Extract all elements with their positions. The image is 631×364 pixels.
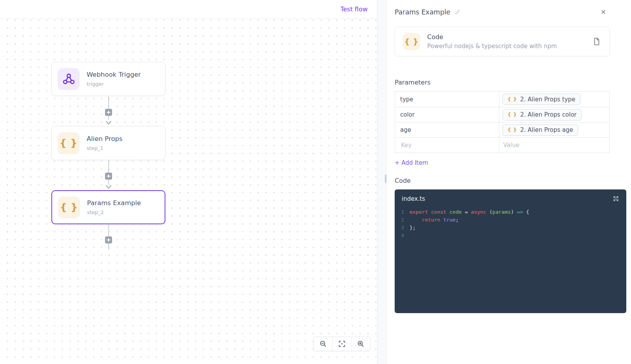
flow-node-step_2[interactable]: { }Params Examplestep_2 [51, 190, 165, 224]
add-step-button-3[interactable] [105, 236, 112, 243]
flow-canvas[interactable]: Webhook Triggertrigger{ }Alien Propsstep… [0, 19, 377, 364]
chip-label: 2. Alien Props type [520, 96, 575, 103]
panel-resize-handle[interactable] [385, 175, 386, 183]
parameter-key-cell[interactable]: color [395, 107, 499, 122]
braces-icon: { } [508, 127, 517, 133]
node-step-id: step_2 [87, 209, 141, 215]
webhook-icon [58, 68, 80, 90]
parameter-row-type: type{ }2. Alien Props type [395, 92, 609, 107]
zoom-out-icon [319, 340, 327, 348]
code-text: return true; [410, 216, 459, 224]
code-text: export const code = async (params) => { [410, 208, 529, 216]
node-step-id: trigger [87, 81, 141, 87]
new-value-input[interactable] [502, 141, 609, 149]
parameter-value-cell[interactable]: { }2. Alien Props age [499, 123, 609, 137]
code-heading: Code [395, 177, 626, 184]
parameter-row-color: color{ }2. Alien Props color [395, 107, 609, 122]
code-line-4: 4 [395, 232, 626, 240]
parameters-table: type{ }2. Alien Props typecolor{ }2. Ali… [395, 91, 610, 153]
parameter-key-cell[interactable]: type [395, 92, 499, 107]
node-title: Webhook Trigger [87, 71, 141, 78]
line-number: 1 [395, 208, 410, 216]
app: Test flow Webhook Triggertrigger{ }Alien… [0, 0, 631, 364]
code-editor: index.ts 1export const code = async (par… [395, 189, 626, 313]
add-item-button[interactable]: + Add Item [395, 159, 428, 166]
docs-button[interactable] [591, 36, 602, 47]
code-line-2: 2 return true; [395, 216, 626, 224]
close-icon [600, 9, 607, 15]
step-name-title: Params Example [395, 8, 450, 16]
node-title: Alien Props [87, 135, 123, 142]
flow-canvas-column: Test flow Webhook Triggertrigger{ }Alien… [0, 0, 377, 364]
value-reference-chip[interactable]: { }2. Alien Props age [502, 124, 578, 136]
parameter-row-age: age{ }2. Alien Props age [395, 122, 609, 137]
braces-icon: { } [58, 196, 80, 218]
braces-icon: { } [508, 112, 517, 117]
line-number: 2 [395, 216, 410, 224]
braces-icon: { } [58, 132, 80, 154]
code-editor-header: index.ts [395, 189, 626, 206]
connector-line [108, 160, 109, 184]
pencil-icon [455, 9, 461, 15]
line-number: 4 [395, 232, 410, 240]
parameter-value-cell[interactable]: { }2. Alien Props type [499, 92, 609, 107]
chip-label: 2. Alien Props color [520, 111, 577, 118]
edit-step-name-button[interactable] [454, 8, 461, 16]
zoom-in-button[interactable] [351, 337, 370, 351]
parameter-key-cell[interactable]: age [395, 123, 499, 137]
add-step-button-2[interactable] [105, 173, 112, 180]
step-type-description: Powerful nodejs & typescript code with n… [427, 43, 557, 50]
braces-icon: { } [508, 97, 517, 102]
parameter-value-cell[interactable] [499, 138, 609, 153]
expand-icon [613, 195, 619, 202]
parameters-heading: Parameters [395, 79, 626, 86]
value-reference-chip[interactable]: { }2. Alien Props type [502, 94, 580, 105]
add-step-button-1[interactable] [105, 109, 112, 116]
parameter-value-cell[interactable]: { }2. Alien Props color [499, 107, 609, 122]
connector-line [108, 96, 109, 120]
canvas-zoom-controls [313, 337, 370, 351]
node-step-id: step_1 [87, 145, 123, 151]
node-title: Params Example [87, 199, 141, 207]
zoom-out-button[interactable] [314, 337, 332, 351]
zoom-in-icon [357, 340, 365, 348]
step-type-card: { } Code Powerful nodejs & typescript co… [395, 27, 610, 56]
close-panel-button[interactable] [599, 8, 607, 16]
code-line-1: 1export const code = async (params) => { [395, 208, 626, 216]
code-text: }; [410, 224, 416, 232]
step-settings-panel: Params Example { } Co [387, 0, 631, 364]
expand-editor-button[interactable] [612, 195, 620, 203]
panel-header: Params Example [395, 8, 607, 16]
canvas-topbar: Test flow [0, 0, 377, 19]
flow-node-trigger[interactable]: Webhook Triggertrigger [51, 62, 165, 96]
flow-node-step_1[interactable]: { }Alien Propsstep_1 [51, 126, 165, 160]
parameter-key-cell[interactable] [395, 138, 499, 153]
code-filename: index.ts [402, 195, 425, 202]
parameter-row-new [395, 137, 609, 153]
fit-view-button[interactable] [332, 337, 351, 351]
code-editor-body[interactable]: 1export const code = async (params) => {… [395, 208, 626, 240]
value-reference-chip[interactable]: { }2. Alien Props color [502, 109, 582, 121]
chip-label: 2. Alien Props age [520, 126, 573, 133]
code-braces-icon: { } [403, 33, 420, 50]
line-number: 3 [395, 224, 410, 232]
panel-divider [377, 0, 387, 364]
code-line-3: 3}; [395, 224, 626, 232]
new-key-input[interactable] [400, 141, 499, 149]
document-icon [592, 37, 601, 46]
connector-arrow-icon [105, 119, 112, 126]
connector-arrow-icon [105, 183, 112, 191]
fit-view-icon [338, 340, 346, 348]
test-flow-button[interactable]: Test flow [339, 4, 368, 14]
step-type-title: Code [427, 33, 557, 41]
